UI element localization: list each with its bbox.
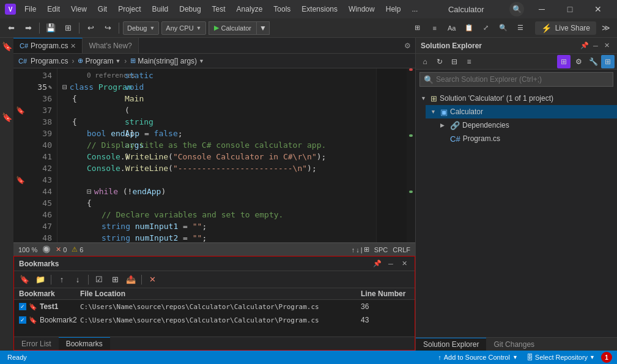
redo-button[interactable]: ↪ bbox=[100, 21, 115, 35]
sb-select-repo[interactable]: 🗄 Select Repository ▼ bbox=[524, 354, 597, 361]
menu-build[interactable]: Build bbox=[147, 4, 174, 15]
tree-program-cs[interactable]: ▶ C# Program.cs bbox=[435, 132, 617, 145]
se-filter-btn[interactable]: ≡ bbox=[462, 55, 476, 68]
zoom-level[interactable]: 100 % bbox=[18, 246, 37, 253]
tab-program-cs[interactable]: C# Program.cs ✕ bbox=[13, 38, 83, 53]
menu-test[interactable]: Test bbox=[207, 4, 231, 15]
bm-new-button[interactable]: 🔖 bbox=[18, 273, 31, 286]
menu-more[interactable]: ... bbox=[407, 4, 423, 15]
menu-analyze[interactable]: Analyze bbox=[232, 4, 268, 15]
solution-explorer-search-box[interactable]: 🔍 bbox=[419, 72, 613, 87]
tab-bookmarks[interactable]: Bookmarks bbox=[59, 337, 110, 350]
tree-solution[interactable]: ▼ ⊞ Solution 'Calculator' (1 of 1 projec… bbox=[416, 92, 617, 105]
se-toolbar-extra-3[interactable]: 🔧 bbox=[586, 55, 600, 68]
crlf-label[interactable]: CRLF bbox=[393, 246, 410, 253]
maximize-button[interactable]: □ bbox=[556, 0, 584, 18]
close-button[interactable]: ✕ bbox=[584, 0, 612, 18]
se-toolbar-extra-4[interactable]: ⊞ bbox=[601, 55, 615, 68]
bm-prev-button[interactable]: ↑ bbox=[55, 273, 68, 286]
menu-extensions[interactable]: Extensions bbox=[297, 4, 342, 15]
menu-tools[interactable]: Tools bbox=[268, 4, 295, 15]
se-toolbar-extra-2[interactable]: ⚙ bbox=[572, 55, 585, 68]
platform-dropdown[interactable]: Any CPU ▼ bbox=[161, 21, 205, 35]
bm-delete-button[interactable]: ✕ bbox=[146, 273, 159, 286]
se-pin-button[interactable]: 📌 bbox=[579, 40, 590, 51]
menu-help[interactable]: Help bbox=[381, 4, 406, 15]
tree-solution-label: Solution 'Calculator' (1 of 1 project) bbox=[440, 94, 553, 103]
se-minimize-button[interactable]: ─ bbox=[590, 40, 601, 51]
save-all-button[interactable]: ⊞ bbox=[61, 21, 75, 35]
save-button[interactable]: 💾 bbox=[43, 21, 58, 35]
minimize-button[interactable]: ─ bbox=[528, 0, 556, 18]
fold-icon-3[interactable]: ⊟ bbox=[87, 186, 92, 197]
se-tab-git-changes[interactable]: Git Changes bbox=[486, 338, 542, 351]
spc-label[interactable]: SPC bbox=[374, 246, 388, 253]
gutter-bookmark-43[interactable]: 🔖 bbox=[16, 174, 25, 186]
bookmarks-close-button[interactable]: ✕ bbox=[399, 258, 410, 269]
se-close-button[interactable]: ✕ bbox=[601, 40, 612, 51]
menu-debug[interactable]: Debug bbox=[174, 4, 205, 15]
solution-explorer-search-input[interactable] bbox=[436, 75, 609, 84]
status-circle[interactable]: 🔘 bbox=[42, 246, 51, 253]
code-editor[interactable]: 0 references ⊟ class Program { ⊟ static … bbox=[57, 68, 376, 242]
bm-export-button[interactable]: 📤 bbox=[124, 273, 138, 286]
tree-project-calculator[interactable]: ▼ ▣ Calculator bbox=[426, 105, 617, 118]
forward-button[interactable]: ➡ bbox=[21, 21, 35, 35]
se-toolbar-extra-1[interactable]: ⊞ bbox=[557, 55, 571, 68]
tab-error-list[interactable]: Error List bbox=[14, 337, 59, 350]
bookmarks-minimize-button[interactable]: ─ bbox=[385, 258, 396, 269]
scroll-up-btn[interactable]: ↑ bbox=[352, 246, 355, 253]
toolbar-extra-btn-6[interactable]: 🔍 bbox=[496, 21, 511, 35]
bookmarks-pin-button[interactable]: 📌 bbox=[372, 258, 383, 269]
menu-project[interactable]: Project bbox=[113, 4, 146, 15]
search-toolbar-btn[interactable]: 🔍 bbox=[509, 2, 524, 16]
bookmark-row-2[interactable]: ✓ 🔖 Bookmark2 C:\Users\Name\source\repos… bbox=[14, 313, 415, 327]
bookmark-top-icon[interactable]: 🔖 bbox=[1, 40, 13, 53]
menu-window[interactable]: Window bbox=[344, 4, 380, 15]
scroll-down-btn[interactable]: ↓ bbox=[356, 246, 360, 253]
bm-enable-button[interactable]: ☑ bbox=[92, 273, 106, 286]
bm-next-button[interactable]: ↓ bbox=[71, 273, 84, 286]
breadcrumb-namespace[interactable]: ⊕ Program ▼ bbox=[78, 57, 120, 65]
back-button[interactable]: ⬅ bbox=[4, 21, 18, 35]
bookmark-bottom-icon[interactable]: 🔖 bbox=[1, 111, 13, 123]
se-refresh-btn[interactable]: ↻ bbox=[433, 55, 446, 68]
sb-ready[interactable]: Ready bbox=[5, 354, 29, 361]
gutter-bookmark-36[interactable]: 🔖 bbox=[16, 104, 25, 116]
tab-close-icon[interactable]: ✕ bbox=[70, 42, 76, 50]
toolbar-extra-btn-1[interactable]: ⊞ bbox=[410, 21, 425, 35]
toolbar-extra-btn-7[interactable]: ☰ bbox=[513, 21, 528, 35]
debug-config-dropdown[interactable]: Debug ▼ bbox=[123, 21, 159, 35]
toolbar-extra-btn-2[interactable]: ≡ bbox=[427, 21, 442, 35]
toolbar-extra-btn-3[interactable]: Aa bbox=[445, 21, 459, 35]
warning-count[interactable]: ⚠ 6 bbox=[72, 246, 83, 253]
undo-button[interactable]: ↩ bbox=[83, 21, 98, 35]
bm-folder-button[interactable]: 📁 bbox=[34, 273, 47, 286]
line-numbers: 34 35✎ 36 37 38 39 40 41 42 43 44 45 46 … bbox=[27, 68, 57, 242]
sb-add-to-source[interactable]: ↑ Add to Source Control ▼ bbox=[435, 354, 520, 361]
menu-git[interactable]: Git bbox=[93, 4, 112, 15]
editor-settings-button[interactable]: ⚙ bbox=[399, 38, 415, 53]
toolbar-extra-btn-4[interactable]: 📋 bbox=[462, 21, 476, 35]
tree-dependencies[interactable]: ▶ 🔗 Dependencies bbox=[435, 118, 617, 132]
tab-whats-new[interactable]: What's New? bbox=[83, 38, 138, 53]
bookmark-row-1[interactable]: ✓ 🔖 Test1 C:\Users\Name\source\repos\Cal… bbox=[14, 300, 415, 313]
bm-disable-button[interactable]: ⊞ bbox=[108, 273, 122, 286]
menu-edit[interactable]: Edit bbox=[42, 4, 65, 15]
notification-badge[interactable]: 1 bbox=[601, 352, 612, 363]
breadcrumb-method[interactable]: ⊞ Main(string[] args) ▼ bbox=[130, 57, 204, 65]
cursor-btn[interactable]: ⊞ bbox=[364, 246, 369, 253]
menu-file[interactable]: File bbox=[20, 4, 41, 15]
error-count[interactable]: ✕ 0 bbox=[56, 246, 67, 253]
se-tab-solution-explorer[interactable]: Solution Explorer bbox=[416, 338, 486, 351]
menu-view[interactable]: View bbox=[66, 4, 92, 15]
toolbar-extra-btn-5[interactable]: ⤢ bbox=[479, 21, 493, 35]
toolbar-overflow-button[interactable]: ≫ bbox=[599, 21, 613, 35]
run-dropdown-arrow[interactable]: ▼ bbox=[257, 21, 270, 35]
run-button[interactable]: ▶ Calculator bbox=[209, 21, 257, 35]
editor-scrollbar[interactable] bbox=[407, 68, 415, 242]
notification-count: 1 bbox=[605, 354, 608, 361]
live-share-button[interactable]: ⚡ Live Share bbox=[535, 21, 596, 35]
se-home-btn[interactable]: ⌂ bbox=[418, 55, 432, 68]
se-collapse-btn[interactable]: ⊟ bbox=[448, 55, 461, 68]
